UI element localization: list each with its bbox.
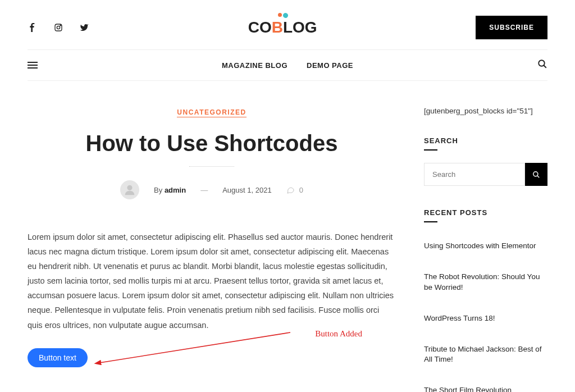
body-paragraph: Lorem ipsum dolor sit amet, consectetur … bbox=[28, 230, 396, 332]
widget-title: SEARCH bbox=[424, 136, 547, 145]
category-link[interactable]: UNCATEGORIZED bbox=[177, 108, 246, 117]
search-icon[interactable] bbox=[537, 59, 547, 71]
byline: By admin bbox=[154, 186, 186, 194]
recent-post-link[interactable]: The Robot Revolution: Should You be Worr… bbox=[424, 266, 547, 299]
recent-post-link[interactable]: The Short Film Revolution bbox=[424, 379, 547, 392]
nav-links: MAGAZINE BLOG DEMO PAGE bbox=[222, 61, 353, 70]
avatar bbox=[120, 180, 139, 199]
svg-point-7 bbox=[533, 171, 538, 176]
recent-posts-widget: RECENT POSTS Using Shortcodes with Eleme… bbox=[424, 208, 547, 392]
logo-text-c: LOG bbox=[283, 19, 317, 37]
recent-post-link[interactable]: Tribute to Michael Jackson: Best of All … bbox=[424, 338, 547, 372]
recent-post-link[interactable]: Using Shortcodes with Elementor bbox=[424, 235, 547, 258]
main-nav: MAGAZINE BLOG DEMO PAGE bbox=[28, 49, 547, 81]
facebook-icon[interactable] bbox=[28, 22, 38, 33]
annotation-label: Button Added bbox=[315, 326, 362, 341]
search-button[interactable] bbox=[525, 163, 547, 186]
logo-accent-icon bbox=[278, 13, 288, 18]
shortcode-button[interactable]: Button text bbox=[28, 348, 88, 367]
article: UNCATEGORIZED How to Use Shortcodes By a… bbox=[28, 107, 396, 367]
social-links bbox=[28, 22, 89, 33]
twitter-icon[interactable] bbox=[79, 22, 89, 33]
nav-link[interactable]: DEMO PAGE bbox=[307, 61, 353, 70]
svg-point-1 bbox=[57, 26, 60, 29]
divider bbox=[189, 166, 234, 167]
svg-point-2 bbox=[60, 25, 61, 26]
svg-line-8 bbox=[537, 175, 540, 177]
svg-point-5 bbox=[127, 185, 133, 190]
comment-count[interactable]: 0 bbox=[286, 186, 303, 194]
widget-underline bbox=[424, 149, 437, 151]
comment-number: 0 bbox=[299, 186, 303, 194]
search-widget: SEARCH bbox=[424, 136, 547, 186]
gutenberg-shortcode-text: [gutenberg_post_blocks id="51"] bbox=[424, 107, 547, 115]
author-name[interactable]: admin bbox=[165, 186, 186, 194]
comment-icon bbox=[286, 186, 295, 194]
article-body: Lorem ipsum dolor sit amet, consectetur … bbox=[28, 230, 396, 367]
widget-underline bbox=[424, 221, 437, 222]
site-logo[interactable]: COBLOG bbox=[248, 19, 317, 37]
subscribe-button[interactable]: SUBSCRIBE bbox=[476, 16, 547, 39]
instagram-icon[interactable] bbox=[53, 22, 63, 33]
menu-icon[interactable] bbox=[28, 60, 38, 70]
widget-title: RECENT POSTS bbox=[424, 208, 547, 217]
logo-text-b: B bbox=[272, 19, 283, 37]
svg-line-4 bbox=[544, 65, 546, 68]
recent-post-link[interactable]: WordPress Turns 18! bbox=[424, 307, 547, 330]
annotation-arrow-icon bbox=[94, 330, 296, 370]
sidebar: [gutenberg_post_blocks id="51"] SEARCH R… bbox=[424, 107, 547, 392]
article-title: How to Use Shortcodes bbox=[28, 130, 396, 156]
search-icon bbox=[532, 171, 540, 179]
svg-point-3 bbox=[539, 60, 545, 66]
search-input[interactable] bbox=[424, 163, 525, 186]
article-meta: By admin — August 1, 2021 0 bbox=[28, 180, 396, 199]
logo-text-a: CO bbox=[248, 19, 272, 37]
nav-link[interactable]: MAGAZINE BLOG bbox=[222, 61, 288, 70]
svg-line-6 bbox=[99, 332, 290, 363]
meta-separator: — bbox=[200, 186, 208, 194]
publish-date: August 1, 2021 bbox=[222, 186, 271, 194]
by-prefix: By bbox=[154, 186, 165, 194]
top-bar: COBLOG SUBSCRIBE bbox=[28, 0, 547, 49]
